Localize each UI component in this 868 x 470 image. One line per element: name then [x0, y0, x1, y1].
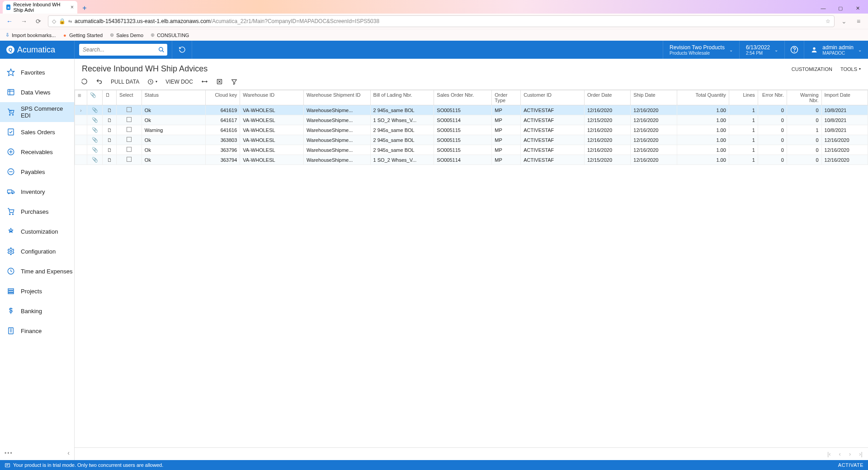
cell[interactable]: 📎: [87, 115, 103, 125]
column-header[interactable]: Cloud key: [205, 90, 240, 105]
bookmark-getting-started[interactable]: ●Getting Started: [62, 33, 103, 38]
doc-icon[interactable]: 🗋: [107, 137, 112, 143]
user-menu[interactable]: admin admin MAPADOC ⌄: [804, 41, 868, 59]
address-bar[interactable]: ◇ 🔒 ⇆ acumaticalb-1543671323.us-east-1.e…: [48, 15, 835, 27]
select-checkbox[interactable]: [127, 117, 132, 122]
column-header[interactable]: Import Date: [821, 90, 868, 105]
export-button[interactable]: [216, 78, 223, 85]
sidebar-item-inventory[interactable]: Inventory: [0, 182, 74, 202]
sidebar-item-purchases[interactable]: Purchases: [0, 202, 74, 221]
select-checkbox[interactable]: [127, 127, 132, 132]
cell[interactable]: 📎: [87, 105, 103, 115]
sidebar-item-payables[interactable]: Payables: [0, 162, 74, 182]
filter-button[interactable]: [231, 79, 237, 85]
doc-icon[interactable]: 🗋: [107, 157, 112, 163]
next-page-icon[interactable]: ›: [849, 451, 851, 457]
cell[interactable]: 🗋: [103, 145, 117, 155]
cell[interactable]: [75, 135, 87, 145]
close-window-icon[interactable]: ✕: [849, 3, 866, 14]
cell[interactable]: 📎: [87, 135, 103, 145]
sidebar-item-customization[interactable]: Customization: [0, 221, 74, 241]
cell[interactable]: ›: [75, 105, 87, 115]
new-tab-button[interactable]: +: [79, 4, 90, 12]
table-row[interactable]: ›📎🗋Ok641619VA-WHOLESLWarehouseShipme...2…: [75, 105, 868, 115]
sidebar-item-time-and-expenses[interactable]: Time and Expenses: [0, 261, 74, 281]
doc-icon[interactable]: 🗋: [107, 147, 112, 153]
column-header[interactable]: 📎: [87, 90, 103, 105]
column-header[interactable]: Total Quantity: [677, 90, 729, 105]
customization-link[interactable]: CUSTOMIZATION: [792, 66, 832, 72]
sidebar-item-data-views[interactable]: Data Views: [0, 82, 74, 102]
column-header[interactable]: Ship Date: [631, 90, 677, 105]
sidebar-item-configuration[interactable]: Configuration: [0, 241, 74, 261]
table-row[interactable]: 📎🗋Ok641617VA-WHOLESLWarehouseShipme...1 …: [75, 115, 868, 125]
activate-link[interactable]: ACTIVATE: [838, 462, 863, 468]
help-button[interactable]: [784, 41, 804, 59]
table-row[interactable]: 📎🗋Warning641616VA-WHOLESLWarehouseShipme…: [75, 125, 868, 135]
cell[interactable]: [75, 115, 87, 125]
cell[interactable]: 🗋: [103, 155, 117, 165]
cell[interactable]: 🗋: [103, 105, 117, 115]
cell[interactable]: [75, 145, 87, 155]
clip-icon[interactable]: 📎: [92, 157, 98, 162]
cell[interactable]: 📎: [87, 125, 103, 135]
sidebar-item-sales-orders[interactable]: Sales Orders: [0, 122, 74, 142]
column-header[interactable]: Lines: [729, 90, 758, 105]
column-header[interactable]: ⊞: [75, 90, 87, 105]
refresh-button[interactable]: [172, 41, 192, 59]
clip-icon[interactable]: 📎: [92, 127, 98, 132]
brand-logo[interactable]: Q Acumatica: [0, 41, 75, 59]
column-header[interactable]: Warehouse Shipment ID: [304, 90, 371, 105]
maximize-icon[interactable]: ▢: [832, 3, 849, 14]
table-row[interactable]: 📎🗋Ok363794VA-WHOLESLWarehouseShipme...1 …: [75, 155, 868, 165]
bookmark-sales-demo[interactable]: ⊕Sales Demo: [109, 33, 143, 38]
cell[interactable]: [117, 145, 142, 155]
last-page-icon[interactable]: ›|: [859, 451, 863, 457]
column-header[interactable]: Error Nbr.: [758, 90, 787, 105]
browser-tab[interactable]: a Receive Inbound WH Ship Advi ×: [3, 1, 77, 14]
cell[interactable]: 📎: [87, 155, 103, 165]
prev-page-icon[interactable]: ‹: [839, 451, 841, 457]
cell[interactable]: 🗋: [103, 125, 117, 135]
search-icon[interactable]: [156, 44, 167, 56]
select-checkbox[interactable]: [127, 157, 132, 162]
column-header[interactable]: Status: [142, 90, 205, 105]
column-header[interactable]: Warehouse ID: [240, 90, 304, 105]
sidebar-item-sps-commerce-edi[interactable]: SPS Commerce EDI: [0, 102, 74, 122]
table-row[interactable]: 📎🗋Ok363796VA-WHOLESLWarehouseShipme...2 …: [75, 145, 868, 155]
sidebar-item-receivables[interactable]: Receivables: [0, 142, 74, 162]
back-icon[interactable]: ←: [5, 16, 14, 26]
reload-icon[interactable]: ⟳: [33, 16, 43, 26]
column-header[interactable]: Warning Nbr.: [787, 90, 821, 105]
sidebar-item-favorites[interactable]: Favorites: [0, 62, 74, 82]
sidebar-collapse-icon[interactable]: ‹: [67, 449, 70, 456]
column-header[interactable]: 🗋: [103, 90, 117, 105]
column-header[interactable]: Order Date: [584, 90, 630, 105]
sidebar-item-banking[interactable]: Banking: [0, 301, 74, 321]
select-checkbox[interactable]: [127, 147, 132, 152]
pocket-icon[interactable]: ⌄: [839, 16, 849, 26]
doc-icon[interactable]: 🗋: [107, 118, 112, 123]
cell[interactable]: [117, 135, 142, 145]
cell[interactable]: [117, 155, 142, 165]
first-page-icon[interactable]: |‹: [827, 451, 831, 457]
cell[interactable]: [117, 105, 142, 115]
cell[interactable]: [75, 125, 87, 135]
undo-button[interactable]: [96, 78, 103, 85]
column-header[interactable]: Bill of Lading Nbr.: [370, 90, 434, 105]
permissions-icon[interactable]: ⇆: [68, 19, 72, 24]
column-header[interactable]: Customer ID: [521, 90, 585, 105]
cell[interactable]: [117, 125, 142, 135]
clip-icon[interactable]: 📎: [92, 147, 98, 152]
tools-menu[interactable]: TOOLS▾: [840, 66, 861, 72]
bookmark-import[interactable]: ⇩Import bookmarks...: [5, 33, 56, 38]
process-menu[interactable]: ▾: [147, 79, 157, 85]
sidebar-more-icon[interactable]: •••: [5, 450, 13, 456]
doc-icon[interactable]: 🗋: [107, 108, 112, 113]
cell[interactable]: 🗋: [103, 135, 117, 145]
pull-data-button[interactable]: PULL DATA: [111, 79, 139, 85]
datetime-display[interactable]: 6/13/2022 2:54 PM ⌄: [739, 41, 784, 59]
column-header[interactable]: Sales Order Nbr.: [434, 90, 492, 105]
clip-icon[interactable]: 📎: [92, 107, 98, 113]
cancel-button[interactable]: [81, 78, 88, 85]
